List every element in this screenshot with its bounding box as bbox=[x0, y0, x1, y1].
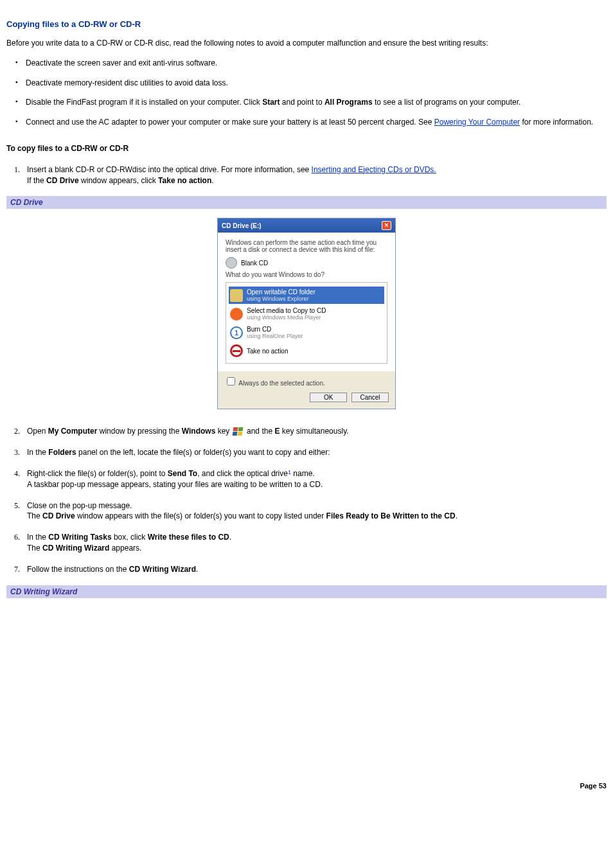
text-run: Disable the FindFast program if it is in… bbox=[26, 98, 262, 107]
text-run: for more information. bbox=[520, 118, 593, 127]
option-open-writable[interactable]: Open writable CD folderusing Windows Exp… bbox=[229, 287, 384, 304]
link-powering-your-computer[interactable]: Powering Your Computer bbox=[434, 118, 520, 127]
list-item-text: Deactivate memory-resident disc utilitie… bbox=[26, 78, 228, 87]
dialog-titlebar: CD Drive (E:) × bbox=[218, 218, 395, 233]
list-item: 5. Close on the pop-up message. The CD D… bbox=[6, 500, 607, 522]
options-listbox[interactable]: Open writable CD folderusing Windows Exp… bbox=[226, 282, 387, 364]
list-item: 4. Right-click the file(s) or folder(s),… bbox=[6, 468, 607, 490]
text-run: , and click the optical drive bbox=[197, 469, 288, 478]
option-copy-media[interactable]: Select media to Copy to CDusing Windows … bbox=[229, 305, 384, 323]
dialog-screenshot: CD Drive (E:) × Windows can perform the … bbox=[6, 218, 607, 409]
text-run: name. bbox=[291, 469, 315, 478]
list-item: 2. Open My Computer window by pressing t… bbox=[6, 426, 607, 437]
dialog-description: Windows can perform the same action each… bbox=[226, 239, 387, 253]
text-run: . bbox=[229, 533, 231, 542]
media-player-icon bbox=[230, 308, 243, 321]
list-item: Connect and use the AC adapter to power … bbox=[6, 117, 607, 128]
step-number: 4. bbox=[14, 468, 20, 479]
text-run: key bbox=[215, 427, 231, 436]
caption-cd-drive: CD Drive bbox=[6, 196, 607, 209]
option-burn-cd[interactable]: 1 Burn CDusing RealOne Player bbox=[229, 324, 384, 341]
text-run: In the bbox=[27, 448, 48, 457]
list-item: Deactivate the screen saver and exit ant… bbox=[6, 58, 607, 69]
always-label: Always do the selected action. bbox=[238, 380, 325, 387]
text-run: . bbox=[456, 511, 458, 520]
text-run: window by pressing the bbox=[97, 427, 181, 436]
autoplay-dialog: CD Drive (E:) × Windows can perform the … bbox=[217, 218, 396, 409]
option-title: Take no action bbox=[247, 348, 289, 355]
text-run: and point to bbox=[280, 98, 324, 107]
notes-list: Deactivate the screen saver and exit ant… bbox=[6, 58, 607, 128]
folder-icon bbox=[230, 289, 243, 302]
option-no-action[interactable]: Take no action bbox=[229, 342, 384, 359]
option-title: Select media to Copy to CD bbox=[247, 307, 326, 314]
realone-icon: 1 bbox=[230, 326, 243, 339]
text-run: . bbox=[211, 176, 213, 185]
text-run: Connect and use the AC adapter to power … bbox=[26, 118, 434, 127]
text-run: box, click bbox=[112, 533, 148, 542]
text-run: . bbox=[196, 565, 198, 574]
page-number: Page 53 bbox=[6, 782, 607, 790]
text-run: The bbox=[27, 511, 42, 520]
text-bold: CD Drive bbox=[42, 511, 75, 520]
list-item: 1. Insert a blank CD-R or CD-RWdisc into… bbox=[6, 164, 607, 186]
text-run: Open bbox=[27, 427, 48, 436]
text-run: to see a list of programs on your comput… bbox=[373, 98, 521, 107]
text-run: Insert a blank CD-R or CD-RWdisc into th… bbox=[27, 165, 312, 174]
text-bold: All Programs bbox=[324, 98, 373, 107]
list-item: Deactivate memory-resident disc utilitie… bbox=[6, 78, 607, 89]
cd-icon bbox=[226, 257, 237, 269]
subheading: To copy files to a CD-RW or CD-R bbox=[6, 143, 607, 154]
option-subtitle: using Windows Explorer bbox=[247, 296, 315, 302]
step-number: 1. bbox=[14, 164, 20, 175]
text-bold: CD Writing Tasks bbox=[48, 533, 111, 542]
ok-button[interactable]: OK bbox=[310, 393, 347, 402]
text-run: Close on the pop-up message. bbox=[27, 501, 132, 510]
text-bold: Windows bbox=[182, 427, 216, 436]
text-run: In the bbox=[27, 533, 48, 542]
text-bold: Folders bbox=[48, 448, 76, 457]
step-number: 5. bbox=[14, 500, 20, 511]
dialog-media-type: Blank CD bbox=[241, 260, 268, 267]
no-action-icon bbox=[230, 344, 243, 357]
list-item: 6. In the CD Writing Tasks box, click Wr… bbox=[6, 532, 607, 554]
step-number: 7. bbox=[14, 564, 20, 575]
list-item: 7. Follow the instructions on the CD Wri… bbox=[6, 564, 607, 575]
text-bold: Take no action bbox=[158, 176, 211, 185]
list-item-text: Deactivate the screen saver and exit ant… bbox=[26, 58, 217, 67]
close-icon[interactable]: × bbox=[382, 221, 391, 230]
text-run: window appears with the file(s) or folde… bbox=[75, 511, 326, 520]
text-bold: CD Writing Wizard bbox=[129, 565, 196, 574]
text-run: key simultaneously. bbox=[280, 427, 348, 436]
list-item: 3. In the Folders panel on the left, loc… bbox=[6, 447, 607, 458]
text-bold: Start bbox=[262, 98, 280, 107]
text-bold: My Computer bbox=[48, 427, 98, 436]
steps-list-cont: 2. Open My Computer window by pressing t… bbox=[6, 426, 607, 574]
list-item: Disable the FindFast program if it is in… bbox=[6, 97, 607, 108]
always-checkbox[interactable] bbox=[227, 377, 235, 385]
caption-cd-writing-wizard: CD Writing Wizard bbox=[6, 585, 607, 598]
step-number: 2. bbox=[14, 426, 20, 437]
text-run: panel on the left, locate the file(s) or… bbox=[76, 448, 330, 457]
windows-logo-icon bbox=[233, 427, 244, 436]
option-subtitle: using RealOne Player bbox=[247, 333, 303, 339]
option-title: Burn CD bbox=[247, 326, 271, 333]
intro-paragraph: Before you write data to a CD-RW or CD-R… bbox=[6, 38, 607, 49]
text-bold: Write these files to CD bbox=[148, 533, 229, 542]
text-bold: CD Writing Wizard bbox=[42, 544, 109, 553]
link-inserting-ejecting[interactable]: Inserting and Ejecting CDs or DVDs. bbox=[312, 165, 436, 174]
steps-list: 1. Insert a blank CD-R or CD-RWdisc into… bbox=[6, 164, 607, 186]
text-run: and the bbox=[245, 427, 275, 436]
text-run: The bbox=[27, 544, 42, 553]
step-number: 3. bbox=[14, 447, 20, 458]
text-bold: Send To bbox=[168, 469, 197, 478]
dialog-title-text: CD Drive (E:) bbox=[222, 222, 262, 229]
text-run: If the bbox=[27, 176, 46, 185]
option-subtitle: using Windows Media Player bbox=[247, 314, 326, 321]
text-run: window appears, click bbox=[79, 176, 158, 185]
text-run: appears. bbox=[109, 544, 141, 553]
cancel-button[interactable]: Cancel bbox=[351, 393, 389, 402]
dialog-prompt: What do you want Windows to do? bbox=[226, 271, 387, 278]
page-title: Copying files to a CD-RW or CD-R bbox=[6, 19, 607, 29]
always-checkbox-row[interactable]: Always do the selected action. bbox=[224, 375, 389, 387]
